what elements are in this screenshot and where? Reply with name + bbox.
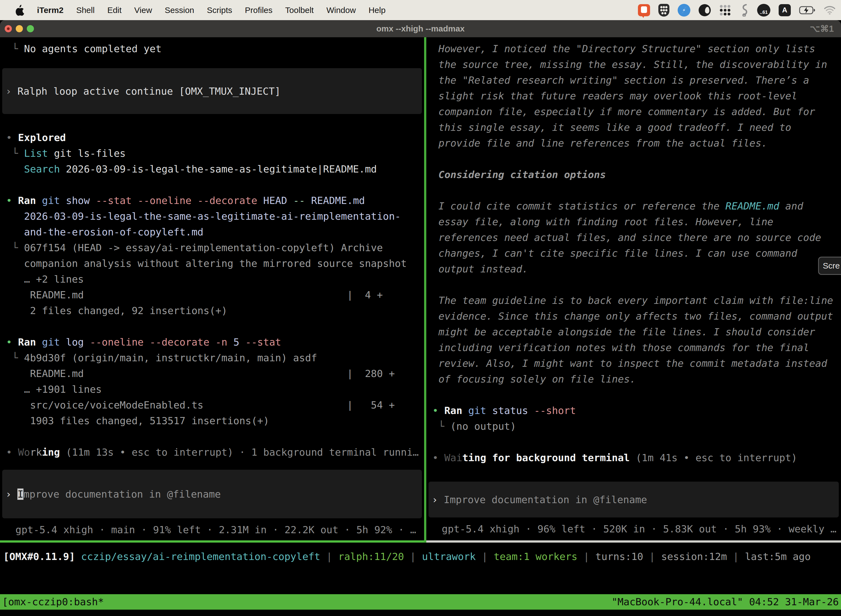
tmux-session-label: [omx-cczip0:bash* (2, 594, 104, 610)
pane-bottom-border-active (0, 540, 424, 543)
battery-icon[interactable] (799, 6, 816, 15)
menu-items: iTerm2ShellEditViewSessionScriptsProfile… (37, 6, 385, 15)
input-source-icon[interactable]: A (779, 4, 791, 16)
menu-item[interactable]: Toolbelt (285, 6, 314, 15)
minimize-window-button[interactable] (16, 25, 23, 32)
pane-bottom-border-inactive (426, 540, 841, 543)
session-status-line: gpt-5.4 xhigh · 96% left · 520K in · 5.8… (426, 521, 841, 537)
screen-overlay-tooltip: Scre (818, 257, 841, 275)
terminal-window: └ No agents completed yet › Ralph loop a… (0, 37, 841, 616)
prompt-input-right[interactable]: › Improve documentation in @filename (428, 482, 839, 518)
badge-61-icon[interactable]: ..61 (757, 4, 771, 16)
prompt-text: › Improve documentation in @filename (6, 486, 221, 502)
tmux-status-bar: [omx-cczip0:bash* "MacBook-Pro-44.local"… (0, 594, 841, 610)
menu-item[interactable]: Session (165, 6, 194, 15)
omx-status-line: [OMX#0.11.9] cczip/essay/ai-reimplementa… (3, 549, 811, 565)
apple-menu-icon[interactable] (15, 5, 24, 16)
menu-item[interactable]: iTerm2 (37, 6, 63, 15)
zoom-window-button[interactable] (27, 25, 34, 32)
menu-left: iTerm2ShellEditViewSessionScriptsProfile… (0, 5, 385, 16)
inject-banner: › Ralph loop active continue [OMX_TMUX_I… (2, 68, 422, 114)
prompt-input-left[interactable]: › Improve documentation in @filename (2, 470, 422, 518)
tmux-host-clock: "MacBook-Pro-44.local" 04:52 31-Mar-26 (611, 594, 839, 610)
terminal-output: • Explored └ List git ls-files Search 20… (0, 114, 424, 460)
menu-item[interactable]: Scripts (207, 6, 232, 15)
blue-badge-icon[interactable] (678, 4, 690, 16)
close-window-button[interactable] (5, 25, 12, 32)
session-status-line: gpt-5.4 xhigh · main · 91% left · 2.31M … (0, 522, 424, 538)
window-shortcut-hint: ⌥⌘1 (810, 20, 834, 37)
menu-item[interactable]: View (134, 6, 152, 15)
menu-item[interactable]: Window (327, 6, 356, 15)
menu-status-icons: ..61 A (638, 4, 841, 16)
window-controls (0, 20, 34, 37)
inject-banner-text: › Ralph loop active continue [OMX_TMUX_I… (6, 84, 281, 99)
chat-app-icon[interactable] (638, 4, 650, 16)
menu-item[interactable]: Edit (107, 6, 122, 15)
menu-item[interactable]: Shell (76, 6, 95, 15)
wifi-icon[interactable] (824, 6, 835, 15)
terminal-pane-right[interactable]: However, I noticed the "Directory Struct… (426, 37, 841, 540)
window-title: omx --xhigh --madmax (0, 24, 841, 34)
terminal-output: However, I noticed the "Directory Struct… (426, 41, 841, 466)
pane-divider[interactable] (424, 37, 426, 543)
shield-grid-icon[interactable] (658, 4, 670, 16)
prompt-text: › Improve documentation in @filename (432, 492, 647, 507)
terminal-output: └ No agents completed yet (0, 41, 424, 57)
terminal-pane-left[interactable]: └ No agents completed yet › Ralph loop a… (0, 37, 424, 540)
dots-grid-icon[interactable] (719, 4, 731, 16)
crescent-app-icon[interactable] (699, 4, 711, 16)
window-title-bar: omx --xhigh --madmax ⌥⌘1 (0, 20, 841, 37)
menu-item[interactable]: Help (369, 6, 386, 15)
squiggle-icon[interactable] (740, 4, 749, 16)
menu-bar: iTerm2ShellEditViewSessionScriptsProfile… (0, 0, 841, 20)
menu-item[interactable]: Profiles (245, 6, 273, 15)
